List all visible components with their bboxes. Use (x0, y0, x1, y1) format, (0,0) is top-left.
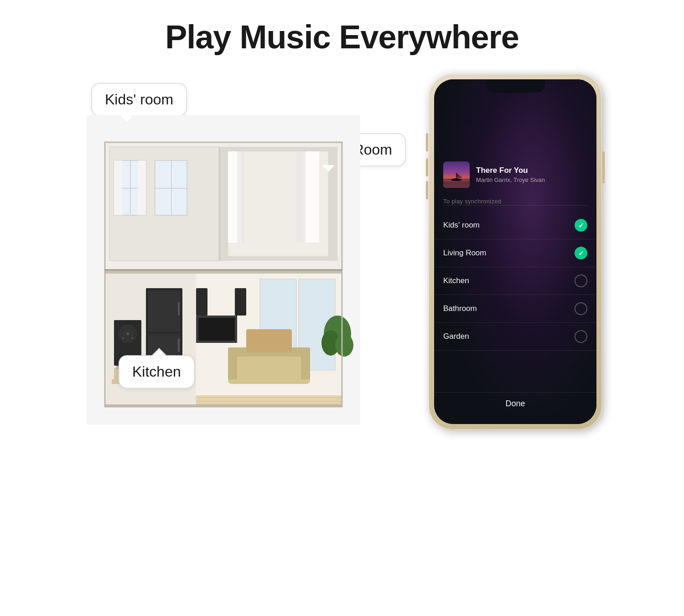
room-item-garden[interactable]: Garden (434, 323, 596, 351)
main-content: Kids' room Living Room (0, 83, 684, 434)
room-item-kids[interactable]: Kids' room (434, 212, 596, 239)
phone-frame: There For You Martin Garrix, Troye Sivan… (429, 74, 602, 430)
album-art (443, 161, 470, 188)
sync-label: To play synchronized (443, 198, 501, 205)
check-living (575, 247, 587, 259)
svg-rect-40 (228, 352, 237, 379)
album-art-image (443, 161, 470, 188)
circle-bathroom (575, 302, 587, 315)
svg-rect-61 (443, 181, 470, 182)
room-list: Kids' room Living Room Kitchen Bathroom (434, 212, 596, 351)
room-name-garden: Garden (443, 332, 469, 341)
house-side: Kids' room Living Room (82, 83, 401, 434)
svg-rect-51 (196, 395, 342, 404)
svg-rect-22 (148, 290, 180, 331)
svg-point-50 (335, 334, 353, 357)
svg-point-28 (126, 332, 129, 335)
circle-garden (575, 330, 587, 343)
circle-kitchen (575, 274, 587, 287)
check-kids (575, 219, 587, 232)
svg-rect-42 (246, 329, 292, 352)
now-playing-section: There For You Martin Garrix, Troye Sivan (443, 161, 587, 188)
room-item-bathroom[interactable]: Bathroom (434, 295, 596, 323)
svg-rect-41 (301, 352, 310, 379)
room-name-kitchen: Kitchen (443, 276, 469, 285)
svg-rect-24 (178, 302, 180, 316)
bubble-kitchen: Kitchen (119, 355, 195, 388)
done-button[interactable]: Done (434, 392, 596, 415)
room-name-kids: Kids' room (443, 221, 480, 230)
svg-rect-16 (306, 151, 319, 243)
svg-rect-44 (198, 318, 235, 341)
svg-rect-25 (178, 338, 180, 352)
track-info: There For You Martin Garrix, Troye Sivan (476, 166, 587, 183)
page-title: Play Music Everywhere (0, 0, 684, 56)
track-artist: Martin Garrix, Troye Sivan (476, 176, 587, 183)
room-name-bathroom: Bathroom (443, 304, 477, 313)
track-name: There For You (476, 166, 587, 175)
svg-rect-46 (235, 288, 246, 316)
separator (443, 205, 587, 206)
room-name-living: Living Room (443, 248, 487, 258)
svg-rect-45 (196, 288, 207, 316)
svg-rect-15 (237, 151, 244, 243)
svg-rect-9 (114, 160, 122, 215)
svg-rect-8 (155, 188, 187, 189)
svg-rect-10 (138, 160, 146, 215)
phone-notch (486, 79, 545, 93)
phone-container: There For You Martin Garrix, Troye Sivan… (429, 74, 602, 430)
bubble-kids-room: Kids' room (91, 83, 187, 116)
svg-rect-38 (228, 352, 310, 384)
phone-screen: There For You Martin Garrix, Troye Sivan… (434, 79, 596, 424)
room-item-kitchen[interactable]: Kitchen (434, 267, 596, 295)
svg-point-29 (122, 337, 124, 339)
svg-rect-17 (296, 151, 303, 243)
svg-rect-11 (219, 147, 220, 261)
room-item-living[interactable]: Living Room (434, 239, 596, 267)
svg-point-30 (131, 337, 133, 339)
